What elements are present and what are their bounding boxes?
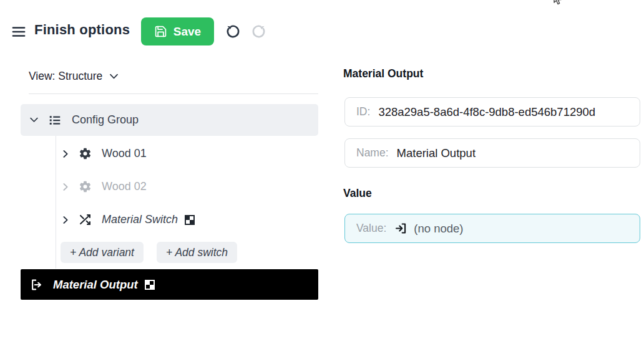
gear-icon	[79, 147, 92, 160]
add-switch-button[interactable]: + Add switch	[157, 242, 237, 263]
tree-item-label: Config Group	[72, 113, 139, 127]
name-field-label: Name:	[356, 146, 389, 160]
value-section-heading: Value	[343, 187, 372, 200]
floppy-icon	[154, 25, 167, 38]
output-icon	[30, 278, 44, 292]
view-selector-label: View: Structure	[29, 70, 102, 83]
menu-icon[interactable]	[11, 24, 27, 40]
id-field[interactable]: ID: 328a29a5-8a6d-4f8c-9db8-ed546b71290d	[344, 97, 640, 127]
tree-indent-guide	[56, 136, 56, 269]
name-field-value: Material Output	[397, 146, 476, 160]
chevron-right-icon[interactable]	[61, 182, 71, 192]
panel-divider	[29, 93, 318, 94]
checker-node-icon	[185, 215, 195, 225]
chevron-down-icon[interactable]	[29, 115, 39, 125]
tree-item-label: Wood 02	[102, 180, 147, 193]
chevron-right-icon[interactable]	[61, 215, 71, 225]
detail-heading: Material Output	[343, 67, 423, 80]
mouse-cursor	[549, 0, 564, 8]
id-field-value: 328a29a5-8a6d-4f8c-9db8-ed546b71290d	[378, 105, 595, 119]
tree-item-material-switch[interactable]: Material Switch	[61, 210, 195, 229]
value-field[interactable]: Value: (no node)	[344, 214, 640, 243]
redo-icon[interactable]	[250, 23, 267, 40]
value-field-value: (no node)	[414, 222, 463, 236]
node-input-icon	[394, 222, 407, 235]
undo-icon[interactable]	[225, 23, 242, 40]
save-button[interactable]: Save	[141, 17, 214, 45]
list-icon	[48, 113, 62, 127]
page-title: Finish options	[34, 22, 130, 38]
tree-item-wood-02[interactable]: Wood 02	[61, 177, 147, 196]
tree-item-label: Material Switch	[102, 213, 178, 226]
id-field-label: ID:	[356, 105, 370, 118]
checker-node-icon	[145, 280, 155, 290]
tree-item-material-output-selected[interactable]: Material Output	[21, 269, 318, 300]
tree-item-wood-01[interactable]: Wood 01	[61, 144, 147, 163]
finish-options-app: Finish options Save View: Structure	[0, 0, 644, 339]
shuffle-icon	[79, 213, 92, 226]
view-selector[interactable]: View: Structure	[29, 70, 120, 83]
name-field[interactable]: Name: Material Output	[344, 138, 640, 168]
tree-item-config-group[interactable]: Config Group	[21, 104, 318, 136]
chevron-down-icon	[108, 70, 120, 82]
gear-icon	[79, 180, 92, 193]
value-field-label: Value:	[356, 222, 386, 235]
add-variant-button[interactable]: + Add variant	[61, 242, 144, 263]
save-button-label: Save	[173, 25, 201, 39]
tree-item-label: Wood 01	[102, 147, 147, 160]
chevron-right-icon[interactable]	[61, 149, 71, 159]
tree-item-label: Material Output	[53, 278, 138, 292]
